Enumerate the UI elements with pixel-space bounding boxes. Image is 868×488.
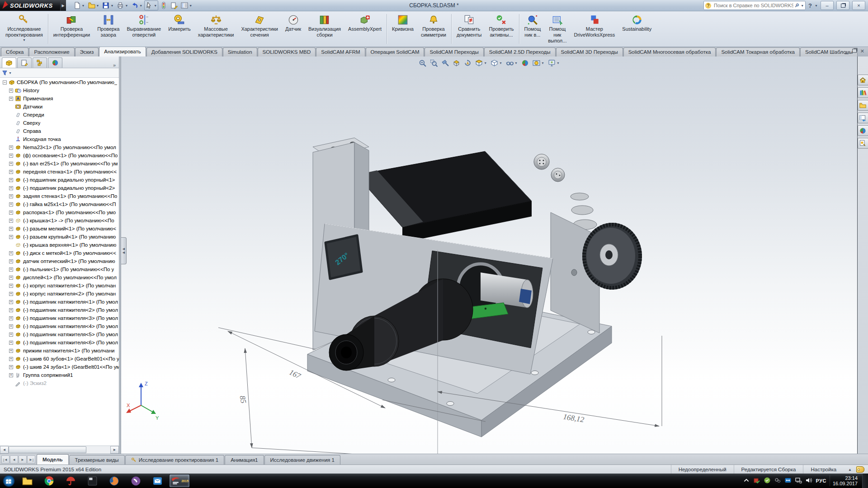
new-document-button[interactable]: ▼ <box>72 0 86 10</box>
tree-item[interactable]: +датчик оптический<1> (По умолчанию <box>0 257 119 265</box>
tree-item[interactable]: +(-) корпус натяжителя<2> (По умолчан <box>0 290 119 298</box>
save-button[interactable]: ▼ <box>101 0 115 10</box>
tree-item[interactable]: Сверху <box>0 119 119 127</box>
language-indicator[interactable]: РУС <box>816 478 826 483</box>
dropdown-icon[interactable]: ▼ <box>541 61 544 65</box>
tree-item[interactable]: Датчики <box>0 103 119 111</box>
tree-item[interactable]: +Группа сопряжений1 <box>0 371 119 379</box>
view-palette-button[interactable] <box>858 125 868 136</box>
expand-plus-icon[interactable]: + <box>9 211 13 215</box>
tab-эскиз[interactable]: Эскиз <box>75 47 99 56</box>
tab-solidcam-2-5d-переходы[interactable]: SolidCAM 2.5D Переходы <box>484 47 556 56</box>
show-desktop-button[interactable] <box>862 474 868 488</box>
expand-plus-icon[interactable]: + <box>9 178 13 182</box>
ribbon-button-driveworksxpress[interactable]: МастерDriveWorksXpress <box>570 12 618 46</box>
tab-расположение[interactable]: Расположение <box>29 47 74 56</box>
last-tab-button[interactable]: ►| <box>27 455 35 464</box>
tree-item[interactable]: +(-) подшипник радиально упорный<1> <box>0 176 119 184</box>
tree-item[interactable]: +задняя стенка<1> (По умолчанию<<По <box>0 192 119 200</box>
teamviewer-tray-icon[interactable] <box>784 477 792 485</box>
scroll-right-button[interactable]: ► <box>110 446 119 454</box>
model-stepper-motor[interactable] <box>356 151 532 243</box>
tab-solidworks-mbd[interactable]: SOLIDWORKS MBD <box>258 47 316 56</box>
first-tab-button[interactable]: |◄ <box>1 455 9 464</box>
expand-plus-icon[interactable]: + <box>9 349 13 353</box>
tree-item[interactable]: +(ф) основание<1> (По умолчанию<<По <box>0 151 119 160</box>
tree-item[interactable]: +(-) подшипник натяжителя<1> (По умол <box>0 298 119 306</box>
expand-plus-icon[interactable]: + <box>9 276 13 280</box>
expand-plus-icon[interactable]: + <box>9 316 13 320</box>
expand-plus-icon[interactable]: + <box>9 324 13 328</box>
menu-flyout-arrow[interactable]: ▶ <box>60 0 66 11</box>
expand-plus-icon[interactable]: + <box>9 341 13 345</box>
model-toothed-pulley[interactable] <box>582 223 642 290</box>
zoom-fit-button[interactable] <box>417 58 428 68</box>
help-button[interactable]: ? <box>808 2 812 9</box>
design-library-button[interactable] <box>858 100 868 111</box>
tree-item[interactable]: +(-) подшипник натяжителя<5> (По умол <box>0 330 119 338</box>
expand-plus-icon[interactable]: + <box>9 154 13 158</box>
expand-plus-icon[interactable]: + <box>9 300 13 304</box>
tree-item[interactable]: +(-) подшипник натяжителя<3> (По умол <box>0 314 119 322</box>
help-dropdown-icon[interactable]: ▼ <box>815 4 818 7</box>
dropdown-icon[interactable]: ▼ <box>125 4 128 7</box>
xpert-options-button[interactable] <box>159 0 169 10</box>
doc-tab[interactable]: Модель <box>37 454 69 465</box>
ribbon-button-design-study[interactable]: Исследованиепроектирования▼ <box>2 12 47 46</box>
search-dropdown-icon[interactable]: ▼ <box>801 4 804 7</box>
expand-plus-icon[interactable]: + <box>9 365 13 369</box>
console-app-taskbar-button[interactable] <box>82 474 102 487</box>
tab-сборка[interactable]: Сборка <box>1 47 28 56</box>
expand-plus-icon[interactable]: + <box>9 186 13 190</box>
ribbon-button-compare-docs[interactable]: Сравнитьдокументы <box>453 12 486 46</box>
panel-collapse-tab[interactable]: ◀◀ <box>121 237 127 264</box>
select-button[interactable]: ▼ <box>144 0 158 10</box>
expand-plus-icon[interactable]: + <box>9 267 13 272</box>
tree-item[interactable]: (-) крышка верхняя<1> (По умолчанию <box>0 241 119 249</box>
dropdown-icon[interactable]: ▼ <box>154 4 157 7</box>
open-document-button[interactable]: ▼ <box>87 0 101 10</box>
dropdown-icon[interactable]: ▼ <box>82 4 85 7</box>
tree-item[interactable]: +Примечания <box>0 94 119 103</box>
appearances-scenes-button[interactable] <box>858 138 868 149</box>
tree-item[interactable]: +(-) шкив 24 зуба<1> (GearBelt01<<По ум <box>0 363 119 371</box>
dropdown-icon[interactable]: ▼ <box>23 38 26 42</box>
undo-button[interactable]: ▼ <box>130 0 144 10</box>
tab-solidcam-3d-переходы[interactable]: SolidCAM 3D Переходы <box>556 47 623 56</box>
doc-restore-button[interactable] <box>852 48 857 54</box>
solidworks-logo[interactable]: SOLIDWORKS <box>0 0 60 11</box>
dropdown-icon[interactable]: ▼ <box>557 61 560 65</box>
tree-item[interactable]: +дисплей<1> (По умолчанию<<По умол <box>0 273 119 282</box>
expand-minus-icon[interactable]: − <box>3 80 7 84</box>
expand-plus-icon[interactable]: + <box>9 194 13 198</box>
scrollbar-thumb[interactable] <box>9 446 86 453</box>
tree-item[interactable]: +(-) крышка<1> -> (По умолчанию<<По <box>0 216 119 225</box>
tree-item[interactable]: +распорка<1> (По умолчанию<<По умо <box>0 208 119 216</box>
model-connectors[interactable] <box>534 154 565 182</box>
ribbon-button-assembly-viz[interactable]: Визуализациясборки <box>305 12 344 46</box>
expand-plus-icon[interactable]: + <box>9 202 13 206</box>
avira-taskbar-button[interactable] <box>61 474 80 487</box>
expand-plus-icon[interactable]: + <box>9 251 13 255</box>
firefox-taskbar-button[interactable] <box>104 474 124 487</box>
displaymanager-tab[interactable] <box>48 57 62 68</box>
dropdown-icon[interactable]: ▼ <box>189 4 192 7</box>
ribbon-button-import-diagnostics[interactable]: Помощник в... <box>521 12 545 46</box>
model-blue-part[interactable] <box>519 289 532 304</box>
expand-plus-icon[interactable]: + <box>9 373 13 377</box>
ribbon-button-performance-wizard[interactable]: Помощниквыпол... <box>544 12 570 46</box>
tree-item[interactable]: (-) Эскиз2 <box>0 379 119 387</box>
tab-solidcam-переходы[interactable]: SolidCAM Переходы <box>425 47 483 56</box>
gears-tray-tray-icon[interactable] <box>774 477 781 485</box>
tree-item[interactable]: Справа <box>0 127 119 135</box>
tree-item[interactable]: Спереди <box>0 111 119 119</box>
expand-plus-icon[interactable]: + <box>9 284 13 288</box>
file-properties-button[interactable] <box>169 0 179 10</box>
ribbon-button-clearance[interactable]: Проверказазора <box>94 12 123 46</box>
dropdown-icon[interactable]: ▼ <box>484 61 487 65</box>
tree-item[interactable]: +(-) подшипник радиально упорный<2> <box>0 184 119 192</box>
status-expand-icon[interactable]: ▲ <box>844 468 856 472</box>
prev-tab-button[interactable]: ◄ <box>10 455 18 464</box>
tab-анализировать[interactable]: Анализировать <box>99 47 146 56</box>
tab-добавления-solidworks[interactable]: Добавления SOLIDWORKS <box>146 47 222 56</box>
